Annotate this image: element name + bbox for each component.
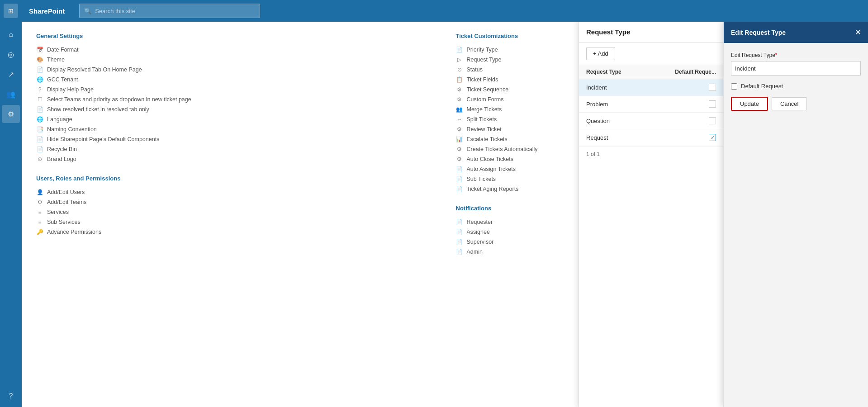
- settings-item-display-resolved[interactable]: 📄 Display Resolved Tab On Home Page: [36, 65, 434, 75]
- settings-item-label: Add/Edit Users: [47, 189, 85, 195]
- settings-item-theme[interactable]: 🎨 Theme: [36, 55, 434, 65]
- calendar-icon: 📅: [36, 47, 43, 53]
- request-type-icon: ▷: [456, 57, 463, 63]
- theme-icon: 🎨: [36, 57, 43, 63]
- split-icon: ↔: [456, 116, 463, 123]
- settings-item-label: Brand Logo: [47, 156, 76, 162]
- teams-icon: ⚙: [36, 199, 43, 205]
- edit-field-group: Edit Request Type*: [731, 52, 861, 76]
- settings-item-label: Status: [467, 66, 483, 73]
- hide-icon: 📄: [36, 136, 43, 142]
- sub-tickets-icon: 📄: [456, 176, 463, 182]
- nav-icon-home[interactable]: ⌂: [2, 25, 20, 43]
- settings-content: General Settings 📅 Date Format 🎨 Theme 📄…: [22, 22, 868, 407]
- auto-assign-icon: 📄: [456, 166, 463, 172]
- nav-icon-globe[interactable]: ◎: [2, 45, 20, 63]
- priority-icon: 📄: [456, 47, 463, 53]
- admin-icon: 📄: [456, 249, 463, 255]
- settings-item-show-resolved[interactable]: 📄 Show resolved ticket in resolved tab o…: [36, 104, 434, 114]
- ticket-seq-icon: ⚙: [456, 86, 463, 93]
- checkbox-icon: ☐: [36, 96, 43, 103]
- settings-item-label: Services: [47, 209, 69, 215]
- settings-item-advance-perms[interactable]: 🔑 Advance Permissions: [36, 227, 434, 237]
- settings-item-add-edit-users[interactable]: 👤 Add/Edit Users: [36, 187, 434, 197]
- services-icon: ≡: [36, 209, 43, 215]
- settings-item-naming[interactable]: 📑 Naming Convention: [36, 124, 434, 134]
- cancel-button[interactable]: Cancel: [772, 97, 807, 110]
- row-check-problem[interactable]: [709, 100, 716, 108]
- row-name-question: Question: [586, 118, 709, 124]
- settings-item-label: Merge Tickets: [467, 106, 502, 113]
- sub-services-icon: ≡: [36, 219, 43, 225]
- panel-row-problem[interactable]: Problem: [579, 96, 723, 113]
- doc-icon: 📄: [36, 66, 43, 73]
- settings-item-label: Auto Close Tickets: [467, 156, 514, 162]
- default-request-label[interactable]: Default Request: [741, 83, 783, 90]
- required-indicator: *: [775, 52, 778, 58]
- settings-item-add-edit-teams[interactable]: ⚙ Add/Edit Teams: [36, 197, 434, 207]
- settings-item-label: Auto Assign Tickets: [467, 166, 516, 172]
- default-request-checkbox-row: Default Request: [731, 83, 861, 90]
- edit-panel-body: Edit Request Type* Default Request Updat…: [724, 43, 868, 120]
- settings-item-teams-priority[interactable]: ☐ Select Teams and priority as dropdown …: [36, 95, 434, 104]
- settings-item-label: Priority Type: [467, 47, 498, 53]
- update-button[interactable]: Update: [731, 97, 768, 111]
- row-check-question[interactable]: [709, 117, 716, 124]
- edit-request-type-input[interactable]: [731, 61, 861, 76]
- settings-item-label: Requester: [467, 219, 493, 225]
- settings-item-label: Assignee: [467, 229, 490, 235]
- ticket-fields-icon: 📋: [456, 76, 463, 83]
- settings-item-label: Admin: [467, 249, 483, 255]
- nav-logo[interactable]: ⊞: [4, 4, 18, 18]
- settings-item-label: Escalate Tickets: [467, 136, 508, 142]
- default-request-checkbox[interactable]: [731, 83, 737, 90]
- nav-icon-settings[interactable]: ⚙: [2, 105, 20, 123]
- language-icon: 🌐: [36, 116, 43, 123]
- settings-item-help[interactable]: ? Display Help Page: [36, 85, 434, 95]
- settings-item-label: Naming Convention: [47, 126, 97, 133]
- panel-row-incident[interactable]: Incident: [579, 79, 723, 96]
- add-request-type-button[interactable]: + Add: [586, 47, 615, 60]
- settings-item-label: Sub Services: [47, 219, 81, 225]
- status-icon: ⊙: [456, 66, 463, 73]
- nav-icon-people[interactable]: 👥: [2, 85, 20, 103]
- panel-row-request[interactable]: Request: [579, 129, 723, 146]
- edit-panel-close-button[interactable]: ✕: [855, 28, 861, 37]
- settings-item-label: Supervisor: [467, 239, 494, 245]
- settings-item-label: Request Type: [467, 57, 502, 63]
- search-box[interactable]: 🔍 Search this site: [79, 4, 260, 18]
- settings-item-date-format[interactable]: 📅 Date Format: [36, 45, 434, 55]
- settings-item-language[interactable]: 🌐 Language: [36, 114, 434, 124]
- settings-item-services[interactable]: ≡ Services: [36, 207, 434, 217]
- aging-icon: 📄: [456, 186, 463, 192]
- settings-item-hide-sp[interactable]: 📄 Hide Sharepoint Page's Default Compone…: [36, 134, 434, 144]
- naming-icon: 📑: [36, 126, 43, 133]
- settings-item-gcc[interactable]: 🌐 GCC Tenant: [36, 75, 434, 85]
- nav-icon-help[interactable]: ?: [2, 387, 20, 405]
- settings-item-recycle[interactable]: 📄 Recycle Bin: [36, 144, 434, 154]
- settings-item-sub-services[interactable]: ≡ Sub Services: [36, 217, 434, 227]
- requester-icon: 📄: [456, 219, 463, 225]
- row-name-request: Request: [586, 134, 709, 141]
- row-check-request[interactable]: [709, 134, 716, 141]
- help-icon: ?: [36, 86, 43, 93]
- site-title: SharePoint: [29, 7, 65, 15]
- assignee-icon: 📄: [456, 229, 463, 235]
- edit-panel-header: Edit Request Type ✕: [724, 22, 868, 43]
- panel-table-header: Request Type Default Reque...: [579, 65, 723, 79]
- settings-item-label: Ticket Sequence: [467, 86, 509, 93]
- settings-item-label: Review Ticket: [467, 126, 502, 133]
- nav-icon-chart[interactable]: ↗: [2, 65, 20, 83]
- main-area: SharePoint 🔍 Search this site General Se…: [22, 0, 868, 407]
- edit-panel-title: Edit Request Type: [731, 29, 786, 36]
- col-request-type: Request Type: [586, 69, 675, 75]
- settings-item-brand[interactable]: ⊙ Brand Logo: [36, 154, 434, 164]
- create-auto-icon: ⚙: [456, 146, 463, 152]
- row-name-incident: Incident: [586, 84, 709, 91]
- settings-item-label: Display Help Page: [47, 86, 94, 93]
- panel-row-question[interactable]: Question: [579, 113, 723, 129]
- row-check-incident[interactable]: [709, 84, 716, 91]
- settings-item-label: Add/Edit Teams: [47, 199, 86, 205]
- doc-icon2: 📄: [36, 106, 43, 113]
- settings-col-1: General Settings 📅 Date Format 🎨 Theme 📄…: [36, 33, 434, 396]
